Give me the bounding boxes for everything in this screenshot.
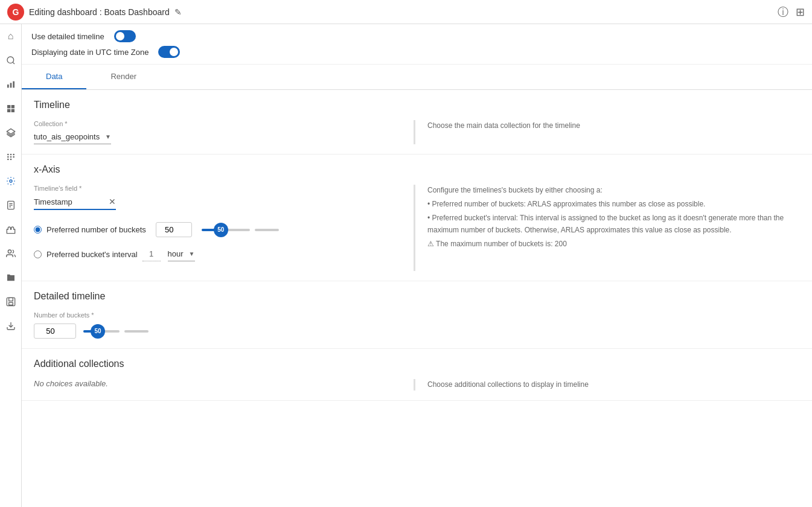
preferred-interval-option: Preferred bucket's interval 1 hour ▼ [34,247,401,261]
timeline-title: Timeline [34,100,800,110]
svg-point-10 [7,154,9,156]
hint-max: ⚠ The maximum number of buckets is: 200 [427,238,800,250]
svg-rect-4 [13,81,14,88]
bar-chart-icon[interactable] [4,77,18,92]
svg-point-14 [10,156,11,158]
hint-title: Configure the timelines's buckets by eit… [427,185,800,196]
preferred-interval-label: Preferred bucket's interval [46,250,138,259]
svg-point-12 [13,154,14,156]
collection-select-wrapper[interactable]: tuto_ais_geopoints ▼ [34,130,111,144]
timeline-right: Choose the main data collection for the … [414,120,800,144]
svg-point-15 [13,156,14,158]
use-detailed-timeline-label: Use detailed timeline [31,32,104,41]
topbar: G Editing dashboard : Boats Dashboard ✎ … [0,0,812,24]
utc-toggle[interactable] [158,46,180,58]
preferred-interval-radio[interactable] [34,250,42,258]
detailed-timeline-section: Detailed timeline Number of buckets * 50 [22,281,812,349]
hint-interval: • Preferred bucket's interval: This inte… [427,212,800,235]
settings-icon[interactable] [4,174,18,188]
tabs-bar: Data Render [22,65,812,90]
search-icon[interactable] [4,53,18,68]
interval-unit-wrapper[interactable]: hour ▼ [168,247,195,261]
hint-preferred: • Preferred number of buckets: ARLAS app… [427,199,800,210]
preferred-buckets-option: Preferred number of buckets 50 [34,222,401,237]
interval-number-input[interactable]: 1 [142,247,161,261]
timeline-section: Timeline Collection * tuto_ais_geopoints… [22,90,812,155]
svg-rect-5 [7,105,10,108]
buckets-slider-container: 50 [202,229,279,231]
svg-rect-25 [8,298,13,301]
edit-title-icon[interactable]: ✎ [174,7,182,17]
xaxis-section: x-Axis Timeline's field * Timestamp ✕ Pr… [22,155,812,281]
controls-bar: Use detailed timeline Displaying date in… [22,24,812,65]
displaying-date-label: Displaying date in UTC time Zone [31,48,149,57]
main-layout: ⌂ [0,24,812,507]
collection-hint: Choose the main data collection for the … [427,121,580,130]
svg-rect-7 [7,109,10,112]
timeline-content: Collection * tuto_ais_geopoints ▼ Choose… [34,120,800,144]
svg-rect-6 [11,105,14,108]
buckets-slider-thumb[interactable]: 50 [214,223,228,237]
svg-rect-24 [7,298,14,305]
svg-point-0 [7,57,14,63]
people-dots-icon[interactable] [4,150,18,164]
buckets-slider-track: 50 [202,229,250,231]
grid-icon[interactable]: ⊞ [796,5,805,19]
app-logo: G [7,4,24,21]
interval-row: 1 hour ▼ [142,247,195,261]
no-choices-label: No choices available. [34,379,108,388]
save-icon[interactable] [4,295,18,309]
additional-collections-title: Additional collections [34,359,800,369]
svg-rect-3 [10,83,11,88]
folder-icon[interactable] [4,270,18,285]
interval-unit-select[interactable]: hour [168,249,196,258]
xaxis-left: Timeline's field * Timestamp ✕ Preferred… [34,185,414,271]
num-buckets-input[interactable] [34,324,76,339]
additional-collections-content: No choices available. Choose additional … [34,379,800,391]
page-title: Editing dashboard : Boats Dashboard [29,7,170,17]
xaxis-title: x-Axis [34,164,800,175]
collection-label: Collection * [34,120,401,127]
xaxis-right: Configure the timelines's buckets by eit… [414,185,800,271]
detailed-slider-thumb[interactable]: 50 [91,324,105,339]
additional-collections-hint: Choose additional collections to display… [427,380,589,389]
detailed-timeline-row: Use detailed timeline [31,30,802,42]
document-icon[interactable] [4,198,18,212]
additional-collections-left: No choices available. [34,379,414,391]
use-detailed-timeline-toggle[interactable] [114,30,136,42]
preferred-buckets-radio[interactable] [34,226,42,234]
content-area: Use detailed timeline Displaying date in… [22,24,812,507]
tab-data[interactable]: Data [22,65,86,89]
svg-rect-2 [7,84,9,88]
field-input-wrapper: Timestamp ✕ [34,194,116,210]
svg-point-16 [7,159,9,161]
additional-collections-right: Choose additional collections to display… [414,379,800,391]
svg-point-11 [10,154,11,156]
sidebar: ⌂ [0,24,22,507]
puzzle-icon[interactable] [4,222,18,237]
num-buckets-label: Number of buckets * [34,311,800,319]
tab-render[interactable]: Render [86,65,161,89]
timeline-left: Collection * tuto_ais_geopoints ▼ [34,120,414,144]
users-icon[interactable] [4,246,18,261]
collection-select[interactable]: tuto_ais_geopoints [34,132,112,141]
detailed-slider-rest [124,330,149,333]
preferred-buckets-label: Preferred number of buckets [46,225,146,234]
field-label: Timeline's field * [34,185,401,192]
svg-point-23 [8,250,11,253]
svg-point-17 [10,159,11,161]
timeline-field-input[interactable]: Timestamp [34,197,106,206]
home-icon[interactable]: ⌂ [4,29,18,43]
layers-icon[interactable] [4,126,18,140]
info-icon[interactable]: ⓘ [778,5,788,19]
topbar-left: G Editing dashboard : Boats Dashboard ✎ [7,4,182,21]
buckets-number-input[interactable] [156,222,192,237]
download-icon[interactable] [4,319,18,333]
dashboard-icon[interactable] [4,101,18,116]
field-clear-button[interactable]: ✕ [109,197,116,206]
additional-collections-section: Additional collections No choices availa… [22,349,812,401]
topbar-right: ⓘ ⊞ [778,5,805,19]
xaxis-content: Timeline's field * Timestamp ✕ Preferred… [34,185,800,271]
svg-rect-8 [11,109,14,112]
svg-rect-26 [8,302,13,305]
